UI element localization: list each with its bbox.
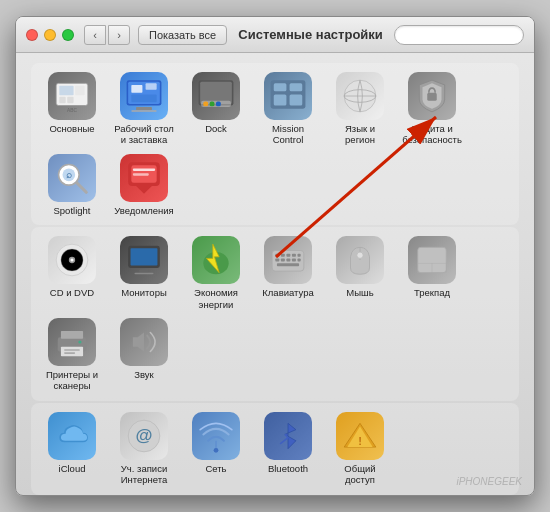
pref-dock[interactable]: Dock: [180, 68, 252, 150]
svg-rect-4: [75, 86, 85, 96]
svg-text:⌕: ⌕: [66, 169, 72, 180]
svg-rect-17: [210, 102, 215, 107]
pref-printers[interactable]: Принтеры исканеры: [36, 314, 108, 396]
svg-rect-11: [136, 107, 152, 110]
energy-icon: [192, 236, 240, 284]
svg-rect-66: [61, 347, 83, 357]
printers-label: Принтеры исканеры: [46, 369, 98, 392]
svg-text:!: !: [358, 434, 362, 446]
pref-security[interactable]: Защита ибезопасность: [396, 68, 468, 150]
svg-rect-51: [292, 254, 296, 257]
pref-cddvd[interactable]: CD и DVD: [36, 232, 108, 314]
svg-rect-52: [298, 254, 301, 257]
svg-rect-1: [59, 86, 73, 96]
security-label: Защита ибезопасность: [402, 123, 462, 146]
watermark: iPHONEGEEK: [456, 476, 522, 487]
maximize-button[interactable]: [62, 29, 74, 41]
svg-rect-57: [298, 259, 301, 262]
pref-mouse[interactable]: Мышь: [324, 232, 396, 314]
svg-rect-22: [274, 94, 287, 105]
pref-desktop[interactable]: Рабочий столи заставка: [108, 68, 180, 150]
traffic-lights: [26, 29, 74, 41]
pref-keyboard[interactable]: Клавиатура: [252, 232, 324, 314]
icloud-icon: [48, 412, 96, 460]
svg-rect-2: [59, 97, 65, 103]
svg-marker-36: [136, 186, 152, 194]
pref-network[interactable]: Сеть: [180, 408, 252, 490]
section-personal: ABC Основные Рабочий столи заставка: [31, 63, 519, 225]
search-input[interactable]: [394, 25, 524, 45]
svg-rect-48: [275, 254, 279, 257]
svg-rect-20: [274, 83, 287, 91]
notify-icon: [120, 154, 168, 202]
nav-buttons: ‹ ›: [84, 25, 130, 45]
section-hardware: CD и DVD Мониторы Экономияэнергии: [31, 227, 519, 401]
show-all-button[interactable]: Показать все: [138, 25, 227, 45]
mission-icon: [264, 72, 312, 120]
spotlight-icon: ⌕: [48, 154, 96, 202]
language-label: Язык ирегион: [345, 123, 375, 146]
pref-monitors[interactable]: Мониторы: [108, 232, 180, 314]
network-label: Сеть: [205, 463, 226, 474]
svg-rect-49: [281, 254, 285, 257]
section-internet: iCloud @ Уч. записиИнтернета Сеть: [31, 403, 519, 495]
cddvd-label: CD и DVD: [50, 287, 94, 298]
pref-language[interactable]: Язык ирегион: [324, 68, 396, 150]
trackpad-label: Трекпад: [414, 287, 450, 298]
bluetooth-label: Bluetooth: [268, 463, 308, 474]
accounts-icon: @: [120, 412, 168, 460]
pref-mission[interactable]: MissionControl: [252, 68, 324, 150]
svg-rect-35: [133, 173, 149, 175]
minimize-button[interactable]: [44, 29, 56, 41]
svg-point-60: [357, 252, 363, 258]
cddvd-icon: [48, 236, 96, 284]
dock-icon: [192, 72, 240, 120]
nav-back-button[interactable]: ‹: [84, 25, 106, 45]
monitors-label: Мониторы: [121, 287, 167, 298]
svg-rect-55: [286, 259, 290, 262]
svg-rect-45: [135, 273, 154, 275]
svg-rect-54: [281, 259, 285, 262]
osnovnye-icon: ABC: [48, 72, 96, 120]
svg-rect-27: [427, 93, 437, 101]
pref-spotlight[interactable]: ⌕ Spotlight: [36, 150, 108, 220]
desktop-icon: [120, 72, 168, 120]
monitors-icon: [120, 236, 168, 284]
pref-bluetooth[interactable]: Bluetooth: [252, 408, 324, 490]
close-button[interactable]: [26, 29, 38, 41]
keyboard-label: Клавиатура: [262, 287, 313, 298]
svg-point-69: [78, 340, 81, 343]
pref-sharing[interactable]: ! Общийдоступ: [324, 408, 396, 490]
svg-rect-43: [131, 248, 158, 265]
system-preferences-window: ‹ › Показать все Системные настройки ABC…: [15, 16, 535, 496]
svg-rect-3: [67, 97, 73, 103]
pref-osnovnye[interactable]: ABC Основные: [36, 68, 108, 150]
dock-label: Dock: [205, 123, 227, 134]
svg-point-41: [70, 259, 73, 262]
svg-rect-44: [139, 270, 149, 273]
svg-rect-65: [61, 331, 83, 339]
svg-rect-18: [216, 102, 221, 107]
pref-energy[interactable]: Экономияэнергии: [180, 232, 252, 314]
preferences-content: ABC Основные Рабочий столи заставка: [16, 53, 534, 495]
nav-forward-button[interactable]: ›: [108, 25, 130, 45]
svg-rect-68: [64, 352, 75, 354]
window-title: Системные настройки: [238, 27, 383, 42]
pref-notify[interactable]: Уведомления: [108, 150, 180, 220]
pref-sound[interactable]: Звук: [108, 314, 180, 396]
svg-rect-58: [277, 263, 299, 266]
svg-text:@: @: [136, 424, 153, 444]
svg-point-72: [214, 448, 219, 453]
pref-accounts[interactable]: @ Уч. записиИнтернета: [108, 408, 180, 490]
svg-rect-23: [290, 94, 303, 105]
notify-label: Уведомления: [114, 205, 173, 216]
pref-trackpad[interactable]: Трекпад: [396, 232, 468, 314]
svg-text:ABC: ABC: [67, 108, 77, 113]
svg-rect-8: [131, 85, 142, 93]
titlebar: ‹ › Показать все Системные настройки: [16, 17, 534, 53]
accounts-label: Уч. записиИнтернета: [121, 463, 168, 486]
svg-rect-10: [131, 94, 156, 102]
pref-icloud[interactable]: iCloud: [36, 408, 108, 490]
spotlight-label: Spotlight: [54, 205, 91, 216]
bluetooth-icon: [264, 412, 312, 460]
